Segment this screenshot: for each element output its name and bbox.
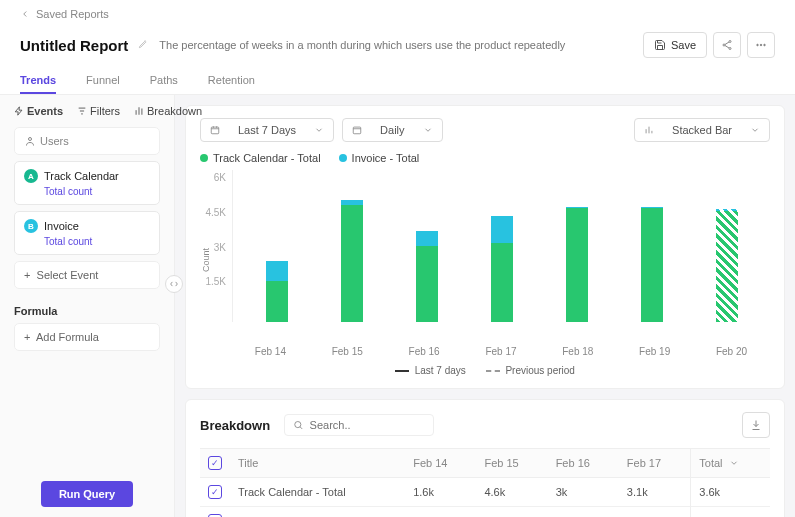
- report-tabs: Trends Funnel Paths Retention: [0, 68, 795, 95]
- svg-point-1: [723, 44, 725, 46]
- svg-point-6: [29, 138, 32, 141]
- resize-handle[interactable]: [165, 275, 183, 293]
- select-all-checkbox[interactable]: ✓: [208, 456, 222, 470]
- formula-section-title: Formula: [14, 305, 160, 317]
- date-range-select[interactable]: Last 7 Days: [200, 118, 334, 142]
- chart-panel: Last 7 Days Daily Stacked Bar Track Cale…: [185, 105, 785, 389]
- run-query-button[interactable]: Run Query: [41, 481, 133, 507]
- y-axis-label: Count: [201, 248, 211, 272]
- svg-point-3: [757, 44, 759, 46]
- config-sidebar: Events Filters Breakdown Users ATrack Ca…: [0, 95, 175, 517]
- event-metric[interactable]: Total count: [24, 186, 150, 197]
- col-date[interactable]: Feb 17: [619, 449, 691, 478]
- chevron-down-icon: [314, 125, 324, 135]
- tab-funnel[interactable]: Funnel: [86, 68, 120, 94]
- search-input[interactable]: [310, 419, 426, 431]
- breakdown-search[interactable]: [284, 414, 434, 436]
- table-row: ✓ Track Calendar - Total 1.6k 4.6k 3k 3.…: [200, 478, 770, 507]
- add-event-button[interactable]: + Select Event: [14, 261, 160, 289]
- breadcrumb-label: Saved Reports: [36, 8, 109, 20]
- bar-0[interactable]: [252, 170, 302, 322]
- event-name: Track Calendar: [44, 170, 119, 182]
- x-tick: Feb 14: [245, 346, 295, 357]
- svg-point-5: [764, 44, 766, 46]
- breakdown-table: ✓ Title Feb 14 Feb 15 Feb 16 Feb 17 Tota…: [200, 448, 770, 517]
- calendar-icon: [352, 125, 362, 135]
- page-description: The percentage of weeks in a month durin…: [159, 39, 633, 51]
- calendar-icon: [210, 125, 220, 135]
- legend-previous: Previous period: [486, 365, 575, 376]
- x-tick: Feb 20: [706, 346, 756, 357]
- save-icon: [654, 39, 666, 51]
- tab-trends[interactable]: Trends: [20, 68, 56, 94]
- bar-4[interactable]: [552, 170, 602, 322]
- legend-item: Track Calendar - Total: [213, 152, 321, 164]
- svg-point-9: [295, 422, 301, 428]
- side-tab-filters[interactable]: Filters: [77, 105, 120, 117]
- svg-rect-8: [353, 127, 361, 134]
- share-button[interactable]: [713, 32, 741, 58]
- bar-6[interactable]: [702, 170, 752, 322]
- x-tick: Feb 19: [630, 346, 680, 357]
- legend-current: Last 7 days: [395, 365, 466, 376]
- user-icon: [24, 135, 36, 147]
- x-tick: Feb 17: [476, 346, 526, 357]
- tab-paths[interactable]: Paths: [150, 68, 178, 94]
- col-title[interactable]: Title: [230, 449, 405, 478]
- event-item-1[interactable]: BInvoice Total count: [14, 211, 160, 255]
- x-tick: Feb 15: [322, 346, 372, 357]
- bar-1[interactable]: [327, 170, 377, 322]
- svg-point-4: [760, 44, 762, 46]
- chevron-down-icon: [423, 125, 433, 135]
- users-panel[interactable]: Users: [14, 127, 160, 155]
- bar-3[interactable]: [477, 170, 527, 322]
- event-item-0[interactable]: ATrack Calendar Total count: [14, 161, 160, 205]
- breadcrumb[interactable]: Saved Reports: [0, 0, 795, 28]
- page-title: Untitled Report: [20, 37, 128, 54]
- row-checkbox[interactable]: ✓: [208, 485, 222, 499]
- svg-rect-7: [211, 127, 219, 134]
- legend-item: Invoice - Total: [352, 152, 420, 164]
- side-tab-breakdown[interactable]: Breakdown: [134, 105, 202, 117]
- event-badge: B: [24, 219, 38, 233]
- tab-retention[interactable]: Retention: [208, 68, 255, 94]
- event-metric[interactable]: Total count: [24, 236, 150, 247]
- download-button[interactable]: [742, 412, 770, 438]
- chevron-down-icon: [729, 458, 739, 468]
- col-total[interactable]: Total: [699, 457, 722, 469]
- breakdown-title: Breakdown: [200, 418, 270, 433]
- breakdown-panel: Breakdown ✓ Title Feb 14 Feb 15 Feb 16 F…: [185, 399, 785, 517]
- bar-2[interactable]: [402, 170, 452, 322]
- bar-5[interactable]: [627, 170, 677, 322]
- svg-point-2: [729, 48, 731, 50]
- interval-select[interactable]: Daily: [342, 118, 442, 142]
- event-badge: A: [24, 169, 38, 183]
- chart-plot: Count 6K 4.5K 3K 1.5K: [200, 170, 770, 340]
- svg-point-0: [729, 41, 731, 43]
- side-tab-events[interactable]: Events: [14, 105, 63, 117]
- col-date[interactable]: Feb 14: [405, 449, 476, 478]
- add-formula-button[interactable]: + Add Formula: [14, 323, 160, 351]
- chart-type-select[interactable]: Stacked Bar: [634, 118, 770, 142]
- more-button[interactable]: [747, 32, 775, 58]
- table-row: ✓ Invoice - Total 1.4k 4.3k 2.7k 2.8k 3.…: [200, 507, 770, 518]
- save-button[interactable]: Save: [643, 32, 707, 58]
- event-name: Invoice: [44, 220, 79, 232]
- arrow-left-icon: [20, 9, 30, 19]
- x-tick: Feb 18: [553, 346, 603, 357]
- chevron-down-icon: [750, 125, 760, 135]
- edit-title-button[interactable]: [138, 38, 149, 52]
- chart-legend: Track Calendar - Total Invoice - Total: [200, 152, 770, 164]
- bar-chart-icon: [644, 125, 654, 135]
- search-icon: [293, 419, 304, 431]
- x-tick: Feb 16: [399, 346, 449, 357]
- col-date[interactable]: Feb 15: [476, 449, 547, 478]
- col-date[interactable]: Feb 16: [548, 449, 619, 478]
